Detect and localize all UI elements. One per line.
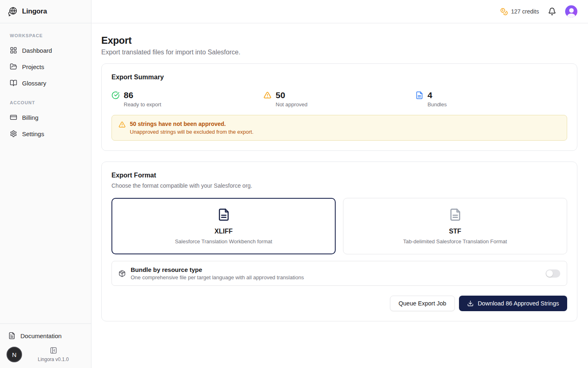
file-text-icon [415,91,423,99]
stat-label: Bundles [428,101,447,108]
warning-detail: Unapproved strings will be excluded from… [130,129,254,135]
folder-icon [10,63,17,70]
download-approved-strings-button[interactable]: Download 86 Approved Strings [459,296,567,311]
download-icon [467,300,474,307]
option-name: XLIFF [118,228,329,235]
credits-display: 127 credits [500,8,539,16]
stat-value: 86 [124,90,161,101]
option-description: Salesforce Translation Workbench format [118,238,329,245]
bell-icon[interactable] [548,7,556,16]
sidebar-item-documentation[interactable]: Documentation [7,330,85,342]
file-text-icon [449,208,462,221]
avatar-body [567,13,575,18]
gear-icon [10,130,17,137]
check-circle-icon [111,91,120,99]
page-title: Export [101,35,577,46]
sidebar-item-label: Dashboard [22,47,52,54]
main-content: Export Export translated files for impor… [91,23,588,368]
export-summary-card: Export Summary 86 Ready to export [101,63,577,151]
package-icon [118,270,126,277]
download-button-label: Download 86 Approved Strings [478,300,559,307]
footer-center: Lingora v0.1.0 [22,347,85,362]
file-text-icon [217,208,230,221]
option-name: STF [350,228,560,235]
stat-bundles: 4 Bundles [415,90,567,108]
sidebar-footer-bottom: N Lingora v0.1.0 [7,347,85,362]
nav-section-account: ACCOUNT [6,100,85,105]
warning-title: 50 strings have not been approved. [130,121,254,127]
sidebar-item-settings[interactable]: Settings [6,126,85,142]
sidebar-footer: Documentation N Lingora v0.1.0 [0,323,91,368]
export-actions: Queue Export Job Download 86 Approved St… [111,296,567,311]
queue-export-job-button[interactable]: Queue Export Job [390,296,455,311]
bundle-toggle-switch[interactable] [546,269,560,278]
nav-section-workspace: WORKSPACE [6,33,85,38]
summary-title: Export Summary [111,74,567,81]
bundle-by-resource-row: Bundle by resource type One comprehensiv… [111,261,567,286]
sidebar-nav: WORKSPACE Dashboard Projects [0,23,91,323]
sidebar-item-billing[interactable]: Billing [6,109,85,126]
sidebar-item-label: Settings [22,130,44,137]
page-subtitle: Export translated files for import into … [101,49,577,56]
credit-card-icon [10,114,17,121]
stat-value: 4 [428,90,447,101]
warning-triangle-icon [118,121,126,128]
bundle-toggle-description: One comprehensive file per target langua… [131,274,541,280]
stat-not-approved: 50 Not approved [263,90,415,108]
format-options: XLIFF Salesforce Translation Workbench f… [111,198,567,254]
toggle-knob [546,270,553,277]
document-icon [8,332,16,339]
bundle-toggle-title: Bundle by resource type [131,266,541,273]
avatar-head [569,8,574,13]
sidebar: Lingora WORKSPACE Dashboard [0,0,91,368]
app-root: Lingora WORKSPACE Dashboard [0,0,588,368]
sidebar-item-label: Projects [22,63,44,70]
sidebar-item-label: Billing [22,114,38,121]
credits-label: 127 credits [511,8,539,15]
documentation-label: Documentation [20,332,62,339]
stat-ready-to-export: 86 Ready to export [111,90,263,108]
format-title: Export Format [111,172,567,179]
workspace-avatar[interactable]: N [7,347,22,362]
summary-stats: 86 Ready to export 50 Not approved [111,90,567,108]
book-icon [10,79,17,87]
sidebar-item-glossary[interactable]: Glossary [6,75,85,91]
sidebar-item-label: Glossary [22,80,46,87]
lingora-logo-icon [7,6,18,17]
user-avatar[interactable] [565,5,577,18]
sidebar-item-dashboard[interactable]: Dashboard [6,42,85,58]
export-format-card: Export Format Choose the format compatib… [101,162,577,321]
brand: Lingora [0,0,91,23]
stat-label: Ready to export [124,101,161,108]
format-option-stf[interactable]: STF Tab-delimited Salesforce Translation… [343,198,567,254]
stat-value: 50 [276,90,307,101]
coins-icon [500,8,508,16]
format-subtitle: Choose the format compatible with your S… [111,182,567,189]
brand-name: Lingora [22,7,47,16]
sidebar-item-projects[interactable]: Projects [6,58,85,75]
panel-collapse-icon[interactable] [50,347,57,354]
dashboard-grid-icon [10,47,17,54]
warning-triangle-icon [263,91,272,99]
unapproved-warning-banner: 50 strings have not been approved. Unapp… [111,115,567,141]
app-version: Lingora v0.1.0 [38,357,69,362]
stat-label: Not approved [276,101,307,108]
topbar: 127 credits [91,0,588,23]
option-description: Tab-delimited Salesforce Translation For… [350,238,560,245]
format-option-xliff[interactable]: XLIFF Salesforce Translation Workbench f… [111,198,336,254]
